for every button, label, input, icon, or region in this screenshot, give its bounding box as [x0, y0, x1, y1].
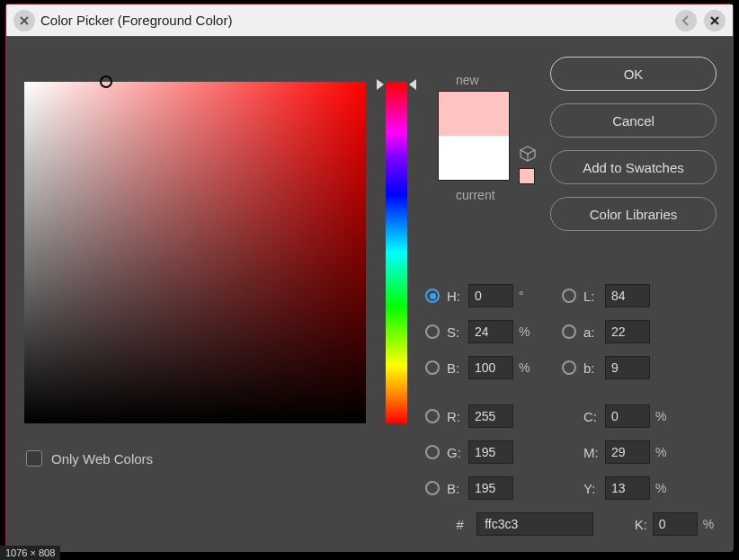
only-web-colors-row: Only Web Colors: [26, 450, 153, 467]
close-icon: [19, 15, 30, 26]
label-b-hsb: B:: [447, 360, 468, 376]
dimensions-badge: 1076 × 808: [0, 546, 60, 560]
sv-cursor[interactable]: [100, 76, 112, 88]
titlebar-button-left[interactable]: [13, 10, 35, 31]
radio-b-hsb[interactable]: [425, 360, 440, 375]
label-s: S:: [447, 324, 468, 340]
input-l[interactable]: [605, 284, 650, 307]
radio-a[interactable]: [562, 324, 576, 339]
color-picker-dialog: Color Picker (Foreground Color) new curr…: [5, 4, 734, 552]
titlebar: Color Picker (Foreground Color): [6, 4, 733, 37]
input-m[interactable]: [605, 440, 650, 464]
label-r: R:: [447, 409, 468, 424]
input-b-lab[interactable]: [605, 356, 650, 379]
dialog-body: new current OK Cancel Add to Swatches Co…: [6, 37, 733, 551]
dialog-title: Color Picker (Foreground Color): [40, 13, 675, 28]
label-m: M:: [583, 445, 605, 460]
radio-b-rgb[interactable]: [425, 481, 440, 495]
input-r[interactable]: [468, 404, 513, 428]
label-current: current: [456, 188, 495, 202]
radio-s[interactable]: [425, 324, 440, 339]
gamut-safe-swatch[interactable]: [519, 168, 535, 184]
action-buttons: OK Cancel Add to Swatches Color Librarie…: [550, 57, 717, 231]
label-l: L:: [583, 289, 605, 304]
radio-r[interactable]: [425, 409, 440, 423]
input-g[interactable]: [468, 440, 513, 464]
label-a: a:: [583, 324, 605, 340]
radio-h[interactable]: [425, 289, 440, 303]
suffix-y: %: [650, 481, 672, 495]
input-y[interactable]: [605, 476, 650, 500]
input-b-rgb[interactable]: [468, 476, 513, 500]
suffix-m: %: [650, 445, 672, 459]
close-button[interactable]: [704, 10, 726, 31]
label-y: Y:: [583, 481, 605, 496]
suffix-s: %: [513, 324, 535, 339]
input-h[interactable]: [468, 284, 513, 307]
cancel-button[interactable]: Cancel: [550, 103, 717, 138]
suffix-k: %: [698, 517, 717, 531]
label-k: K:: [635, 517, 653, 532]
gamut-warning-icon[interactable]: [519, 145, 537, 163]
add-to-swatches-button[interactable]: Add to Swatches: [550, 150, 717, 184]
hue-arrow-right: [409, 79, 416, 90]
back-button[interactable]: [675, 10, 697, 31]
only-web-colors-checkbox[interactable]: [26, 450, 42, 467]
close-icon: [709, 15, 720, 26]
color-libraries-button[interactable]: Color Libraries: [550, 197, 717, 231]
label-b-rgb: B:: [447, 481, 468, 496]
radio-g[interactable]: [425, 445, 440, 459]
suffix-b-hsb: %: [513, 360, 535, 375]
label-g: G:: [447, 445, 468, 460]
preview-current-swatch[interactable]: [439, 136, 509, 180]
input-k[interactable]: [653, 512, 698, 536]
label-c: C:: [583, 409, 605, 424]
suffix-c: %: [650, 409, 672, 423]
radio-l[interactable]: [562, 289, 576, 303]
input-c[interactable]: [605, 404, 650, 428]
input-s[interactable]: [468, 320, 513, 343]
chevron-left-icon: [681, 15, 690, 26]
radio-b-lab[interactable]: [562, 360, 576, 375]
color-preview: [438, 91, 510, 181]
label-b-lab: b:: [583, 360, 605, 376]
color-values: H: ° L: S: % a:: [425, 278, 717, 542]
saturation-brightness-field[interactable]: [24, 82, 366, 423]
ok-button[interactable]: OK: [550, 57, 717, 91]
input-b-hsb[interactable]: [468, 356, 513, 379]
label-new: new: [456, 73, 479, 87]
input-a[interactable]: [605, 320, 650, 343]
label-h: H:: [447, 289, 468, 304]
suffix-h: °: [513, 289, 535, 303]
only-web-colors-label: Only Web Colors: [51, 451, 153, 467]
hue-slider[interactable]: [386, 82, 407, 423]
hue-arrow-left: [377, 79, 384, 90]
preview-new-swatch: [439, 92, 509, 136]
input-hex[interactable]: [476, 512, 593, 536]
hex-prefix: #: [443, 517, 476, 532]
